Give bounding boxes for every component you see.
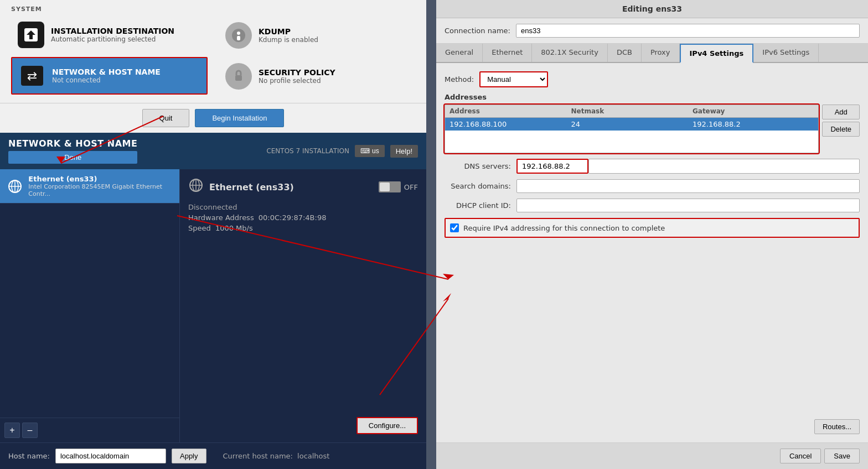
hostname-label: Host name: <box>8 452 50 460</box>
require-ipv4-label: Require IPv4 addressing for this connect… <box>463 224 665 232</box>
editing-header: Editing ens33 <box>436 0 868 18</box>
interface-icon <box>7 178 23 195</box>
ipv4-content: Method: Manual Addresses Address Netmask… <box>436 63 868 442</box>
search-domains-input[interactable] <box>516 179 860 193</box>
connection-name-row: Connection name: <box>436 18 868 44</box>
search-domains-row: Search domains: <box>445 179 860 193</box>
save-button[interactable]: Save <box>824 449 860 463</box>
tab-proxy[interactable]: Proxy <box>642 44 680 62</box>
addr-table-empty <box>445 131 818 153</box>
network-title: NETWORK & HOST NAME <box>52 67 161 76</box>
cell-gateway: 192.168.88.2 <box>693 120 814 128</box>
dns-value: 192.168.88.2 <box>516 159 588 174</box>
add-interface-button[interactable]: + <box>4 423 20 438</box>
connection-name-label: Connection name: <box>445 27 510 35</box>
svg-text:⇄: ⇄ <box>27 69 37 83</box>
svg-rect-5 <box>237 36 240 40</box>
network-icon: ⇄ <box>19 62 45 89</box>
editing-footer: Cancel Save <box>436 442 868 469</box>
quit-button[interactable]: Quit <box>142 109 190 127</box>
security-subtitle: No profile selected <box>259 77 335 85</box>
hardware-label: Hardware Address <box>188 213 254 222</box>
begin-installation-button[interactable]: Begin Installation <box>195 109 284 127</box>
dns-label: DNS servers: <box>445 162 511 170</box>
detail-info: Disconnected Hardware Address 00:0C:29:8… <box>188 201 418 234</box>
col-gateway: Gateway <box>693 107 814 115</box>
routes-button[interactable]: Routes... <box>814 419 860 434</box>
method-select[interactable]: Manual <box>480 72 547 86</box>
detail-iface-name: Ethernet (ens33) <box>188 178 294 196</box>
search-domains-label: Search domains: <box>445 182 511 190</box>
installer-footer: Quit Begin Installation <box>0 103 426 133</box>
delete-addr-button[interactable]: Delete <box>822 122 860 137</box>
addresses-table-wrapper: Address Netmask Gateway 192.168.88.100 2… <box>445 105 860 153</box>
network-panel-title: NETWORK & HOST NAME <box>8 138 137 149</box>
interface-item-ens33[interactable]: Ethernet (ens33) Intel Corporation 82545… <box>0 169 179 204</box>
network-content: Ethernet (ens33) Intel Corporation 82545… <box>0 169 426 442</box>
hostname-input[interactable] <box>55 449 166 463</box>
tab-dcb[interactable]: DCB <box>608 44 642 62</box>
apply-button[interactable]: Apply <box>172 449 206 463</box>
detail-speed-row: Speed 1000 Mb/s <box>188 224 418 232</box>
detail-header: Ethernet (ens33) OFF <box>188 178 418 196</box>
configure-button[interactable]: Configure... <box>356 417 418 434</box>
detail-status: Disconnected <box>188 203 418 211</box>
system-item-installation[interactable]: INSTALLATION DESTINATION Automatic parti… <box>11 17 208 53</box>
toggle-track[interactable] <box>379 181 401 192</box>
left-panel: SYSTEM INSTALLATION DESTINATION Automati… <box>0 0 426 469</box>
dhcp-row: DHCP client ID: <box>445 199 860 212</box>
svg-rect-6 <box>235 75 242 81</box>
tab-ethernet[interactable]: Ethernet <box>483 44 532 62</box>
installation-title: INSTALLATION DESTINATION <box>51 27 174 35</box>
speed-value: 1000 Mb/s <box>215 224 253 232</box>
connection-name-input[interactable] <box>516 24 860 38</box>
svg-point-4 <box>237 32 240 35</box>
security-text: SECURITY POLICY No profile selected <box>259 68 335 85</box>
security-title: SECURITY POLICY <box>259 68 335 77</box>
addr-table-row[interactable]: 192.168.88.100 24 192.168.88.2 <box>445 118 818 131</box>
addr-table-header: Address Netmask Gateway <box>445 105 818 118</box>
system-item-kdump[interactable]: KDUMP Kdump is enabled <box>219 17 415 54</box>
keyboard-button[interactable]: ⌨ us <box>355 145 385 157</box>
toggle-switch[interactable]: OFF <box>379 181 418 192</box>
centos-label: CENTOS 7 INSTALLATION <box>266 147 349 155</box>
current-hostname-label: Current host name: localhost <box>223 452 330 460</box>
add-addr-button[interactable]: Add <box>822 105 860 119</box>
tab-general[interactable]: General <box>436 44 483 62</box>
network-subtitle: Not connected <box>52 76 161 84</box>
security-icon <box>225 63 252 90</box>
tab-ipv4[interactable]: IPv4 Settings <box>680 44 754 63</box>
dhcp-input[interactable] <box>516 199 860 212</box>
network-detail: Ethernet (ens33) OFF Disconnected Hardwa… <box>180 169 426 442</box>
toggle-label: OFF <box>404 183 418 191</box>
help-button[interactable]: Help! <box>390 145 418 158</box>
detail-name: Ethernet (ens33) <box>209 182 294 192</box>
remove-interface-button[interactable]: – <box>22 423 38 438</box>
keyboard-icon: ⌨ <box>360 147 370 155</box>
kdump-icon <box>225 22 252 49</box>
installation-subtitle: Automatic partitioning selected <box>51 35 174 43</box>
system-item-network[interactable]: ⇄ NETWORK & HOST NAME Not connected <box>11 57 208 95</box>
done-button[interactable]: Done <box>8 151 137 164</box>
kdump-subtitle: Kdump is enabled <box>259 36 318 44</box>
iface-name: Ethernet (ens33) <box>28 175 173 183</box>
network-header-right: CENTOS 7 INSTALLATION ⌨ us Help! <box>266 145 418 158</box>
addresses-table: Address Netmask Gateway 192.168.88.100 2… <box>445 105 819 153</box>
require-ipv4-row: Require IPv4 addressing for this connect… <box>445 218 860 238</box>
network-panel: NETWORK & HOST NAME Done CENTOS 7 INSTAL… <box>0 133 426 469</box>
installation-icon <box>18 22 44 48</box>
toggle-thumb <box>380 183 390 191</box>
require-ipv4-checkbox[interactable] <box>450 223 459 232</box>
cancel-button[interactable]: Cancel <box>780 449 821 463</box>
system-section-title: SYSTEM <box>11 6 415 13</box>
detail-iface-icon <box>188 178 204 196</box>
system-item-security[interactable]: SECURITY POLICY No profile selected <box>219 58 415 95</box>
network-text: NETWORK & HOST NAME Not connected <box>52 67 161 84</box>
kdump-title: KDUMP <box>259 27 318 36</box>
dns-input[interactable] <box>588 159 860 174</box>
system-section: SYSTEM INSTALLATION DESTINATION Automati… <box>0 0 426 103</box>
hostname-row: Host name: Apply Current host name: loca… <box>0 442 426 469</box>
tab-8021x[interactable]: 802.1X Security <box>532 44 608 62</box>
system-items: INSTALLATION DESTINATION Automatic parti… <box>11 17 415 95</box>
tab-ipv6[interactable]: IPv6 Settings <box>753 44 819 62</box>
